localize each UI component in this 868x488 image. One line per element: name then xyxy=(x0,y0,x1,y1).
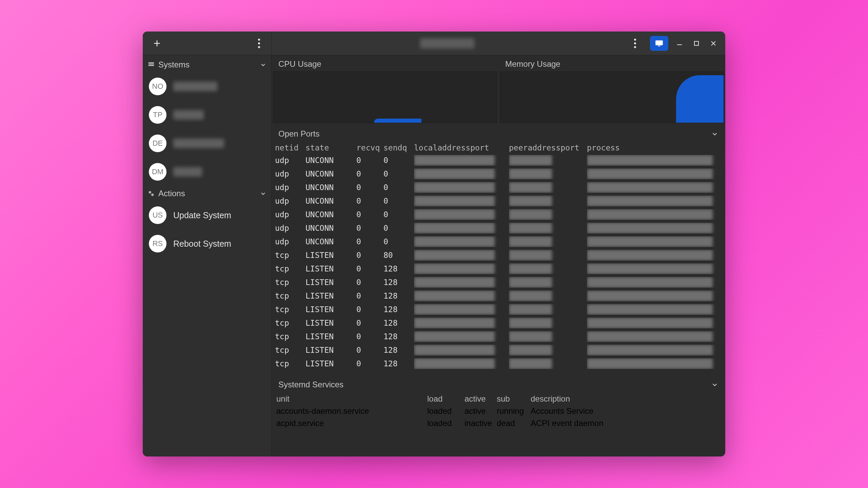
sidebar-item-system[interactable]: DE xyxy=(143,129,271,158)
cell-sub: dead xyxy=(497,419,531,428)
cell-localaddr-redacted xyxy=(414,277,509,288)
cell-recvq: 0 xyxy=(356,183,383,192)
table-row[interactable]: tcpLISTEN0128 xyxy=(275,289,722,303)
cell-peeraddr-redacted xyxy=(509,250,587,261)
cell-process-redacted xyxy=(587,318,719,328)
cell-localaddr-redacted xyxy=(414,196,509,206)
cell-recvq: 0 xyxy=(356,291,383,300)
cell-process-redacted xyxy=(587,277,719,288)
cell-sendq: 128 xyxy=(383,359,414,368)
cell-peeraddr-redacted xyxy=(509,358,587,369)
cell-process-redacted xyxy=(587,236,719,247)
sidebar-item-label-redacted xyxy=(173,167,202,177)
cell-process-redacted xyxy=(587,250,719,261)
open-ports-header[interactable]: Open Ports xyxy=(272,123,725,142)
kebab-icon xyxy=(634,39,636,48)
table-row[interactable]: tcpLISTEN080 xyxy=(275,248,722,262)
cpu-usage-panel: CPU Usage xyxy=(272,55,498,123)
table-row[interactable]: acpid.serviceloadedinactivedeadACPI even… xyxy=(276,417,721,429)
cell-sendq: 128 xyxy=(383,291,414,300)
cell-peeraddr-redacted xyxy=(509,290,587,301)
maximize-icon xyxy=(693,40,699,46)
minimize-icon xyxy=(676,40,683,47)
cell-netid: udp xyxy=(275,210,305,219)
cell-peeraddr-redacted xyxy=(509,168,587,179)
table-row[interactable]: udpUNCONN00 xyxy=(275,181,722,194)
sidebar-section-systems[interactable]: Systems xyxy=(143,57,271,72)
table-row[interactable]: udpUNCONN00 xyxy=(275,235,722,248)
titlebar xyxy=(143,32,725,55)
cell-recvq: 0 xyxy=(356,264,383,273)
table-row[interactable]: tcpLISTEN0128 xyxy=(275,330,722,343)
table-row[interactable]: tcpLISTEN0128 xyxy=(275,316,722,330)
col-sub: sub xyxy=(497,394,531,404)
cell-unit: acpid.service xyxy=(276,419,427,428)
cell-description: ACPI event daemon xyxy=(531,419,700,428)
cell-netid: tcp xyxy=(275,346,305,354)
svg-rect-0 xyxy=(655,40,663,45)
table-row[interactable]: udpUNCONN00 xyxy=(275,208,722,221)
left-menu-button[interactable] xyxy=(250,35,269,52)
cell-recvq: 0 xyxy=(356,169,383,178)
table-row[interactable]: tcpLISTEN0128 xyxy=(275,262,722,276)
systems-icon xyxy=(147,61,155,68)
table-row[interactable]: udpUNCONN00 xyxy=(275,194,722,208)
sidebar-section-systems-label: Systems xyxy=(158,60,190,69)
cell-sendq: 0 xyxy=(383,210,414,219)
right-menu-button[interactable] xyxy=(626,35,645,52)
cell-sendq: 128 xyxy=(383,319,414,327)
sidebar-item-action[interactable]: USUpdate System xyxy=(143,201,271,229)
cell-netid: udp xyxy=(275,197,305,205)
avatar: US xyxy=(149,206,166,224)
table-row[interactable]: udpUNCONN00 xyxy=(275,167,722,181)
cell-peeraddr-redacted xyxy=(509,304,587,315)
sidebar-item-system[interactable]: TP xyxy=(143,101,271,129)
app-indicator-button[interactable] xyxy=(650,36,668,51)
cell-active: inactive xyxy=(465,419,497,428)
avatar: DM xyxy=(149,163,166,181)
cell-localaddr-redacted xyxy=(414,182,509,193)
add-button[interactable] xyxy=(147,35,166,52)
cell-recvq: 0 xyxy=(356,359,383,368)
cell-netid: udp xyxy=(275,183,305,192)
svg-rect-1 xyxy=(658,45,660,46)
close-button[interactable] xyxy=(705,35,722,52)
systemd-services-title: Systemd Services xyxy=(278,380,343,389)
svg-rect-5 xyxy=(149,64,154,66)
cell-recvq: 0 xyxy=(356,332,383,341)
open-ports-thead: netid state recvq sendq localaddressport… xyxy=(275,142,722,154)
col-description: description xyxy=(531,394,700,404)
cell-sendq: 128 xyxy=(383,305,414,314)
monitor-icon xyxy=(655,40,664,47)
cell-netid: udp xyxy=(275,224,305,232)
systemd-services-header[interactable]: Systemd Services xyxy=(272,374,725,393)
chevron-down-icon[interactable] xyxy=(711,381,718,388)
cell-process-redacted xyxy=(587,223,719,233)
table-row[interactable]: tcpLISTEN0128 xyxy=(275,343,722,357)
cell-peeraddr-redacted xyxy=(509,196,587,206)
maximize-button[interactable] xyxy=(688,35,705,52)
sidebar-item-system[interactable]: NO xyxy=(143,72,271,101)
table-row[interactable]: udpUNCONN00 xyxy=(275,221,722,235)
cell-recvq: 0 xyxy=(356,305,383,314)
sidebar-item-label-redacted xyxy=(173,82,217,91)
table-row[interactable]: tcpLISTEN0128 xyxy=(275,303,722,316)
minimize-button[interactable] xyxy=(671,35,688,52)
chevron-down-icon[interactable] xyxy=(711,130,718,138)
table-row[interactable]: tcpLISTEN0128 xyxy=(275,276,722,289)
cell-sendq: 0 xyxy=(383,183,414,192)
cell-netid: tcp xyxy=(275,305,305,314)
sidebar-section-actions[interactable]: Actions xyxy=(143,186,271,201)
cell-state: LISTEN xyxy=(305,251,356,260)
table-row[interactable]: udpUNCONN00 xyxy=(275,154,722,167)
cell-sendq: 128 xyxy=(383,332,414,341)
cell-state: UNCONN xyxy=(305,156,356,165)
cell-localaddr-redacted xyxy=(414,250,509,261)
table-row[interactable]: accounts-daemon.serviceloadedactiverunni… xyxy=(276,405,721,417)
cell-localaddr-redacted xyxy=(414,263,509,274)
cell-state: UNCONN xyxy=(305,169,356,178)
sidebar-item-system[interactable]: DM xyxy=(143,158,271,186)
table-row[interactable]: tcpLISTEN0128 xyxy=(275,357,722,370)
sidebar-item-action[interactable]: RSReboot System xyxy=(143,229,271,258)
cell-process-redacted xyxy=(587,196,719,206)
